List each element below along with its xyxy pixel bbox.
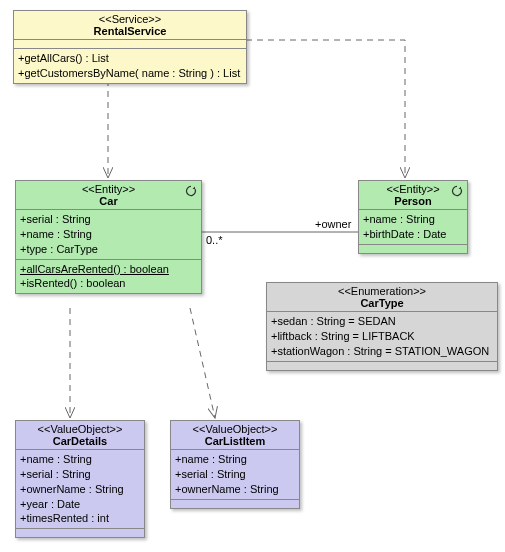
class-car-type: <<Enumeration>> CarType +sedan : String … [266, 282, 498, 371]
stereotype-label: <<ValueObject>> [175, 423, 295, 435]
stereotype-label: <<Entity>> [20, 183, 197, 195]
class-title: Car [20, 195, 197, 207]
class-person: <<Entity>> Person +name : String +birthD… [358, 180, 468, 254]
class-title: CarDetails [20, 435, 140, 447]
enum-literal: +liftback : String = LIFTBACK [271, 329, 493, 344]
stereotype-label: <<Service>> [18, 13, 242, 25]
attribute: +ownerName : String [175, 482, 295, 497]
attribute: +ownerName : String [20, 482, 140, 497]
attribute: +serial : String [175, 467, 295, 482]
class-title: CarListItem [175, 435, 295, 447]
attribute: +name : String [363, 212, 463, 227]
stereotype-label: <<ValueObject>> [20, 423, 140, 435]
assoc-role-owner: +owner [315, 218, 351, 230]
attribute: +serial : String [20, 467, 140, 482]
class-title: Person [363, 195, 463, 207]
operation: +getCustomersByName( name : String ) : L… [18, 66, 242, 81]
operation: +isRented() : boolean [20, 276, 197, 291]
assoc-multiplicity: 0..* [206, 234, 223, 246]
refresh-icon [451, 185, 463, 197]
attribute: +name : String [20, 452, 140, 467]
attribute: +type : CarType [20, 242, 197, 257]
class-car: <<Entity>> Car +serial : String +name : … [15, 180, 202, 294]
attribute: +name : String [20, 227, 197, 242]
operation-static: +allCarsAreRented() : boolean [20, 262, 197, 277]
enum-literal: +stationWagon : String = STATION_WAGON [271, 344, 493, 359]
stereotype-label: <<Entity>> [363, 183, 463, 195]
enum-literal: +sedan : String = SEDAN [271, 314, 493, 329]
class-title: RentalService [18, 25, 242, 37]
attribute: +name : String [175, 452, 295, 467]
operation: +getAllCars() : List [18, 51, 242, 66]
stereotype-label: <<Enumeration>> [271, 285, 493, 297]
class-car-details: <<ValueObject>> CarDetails +name : Strin… [15, 420, 145, 538]
class-car-list-item: <<ValueObject>> CarListItem +name : Stri… [170, 420, 300, 509]
class-rental-service: <<Service>> RentalService +getAllCars() … [13, 10, 247, 84]
attribute: +birthDate : Date [363, 227, 463, 242]
refresh-icon [185, 185, 197, 197]
svg-line-2 [190, 308, 215, 418]
attribute: +year : Date [20, 497, 140, 512]
attribute: +timesRented : int [20, 511, 140, 526]
class-title: CarType [271, 297, 493, 309]
attribute: +serial : String [20, 212, 197, 227]
